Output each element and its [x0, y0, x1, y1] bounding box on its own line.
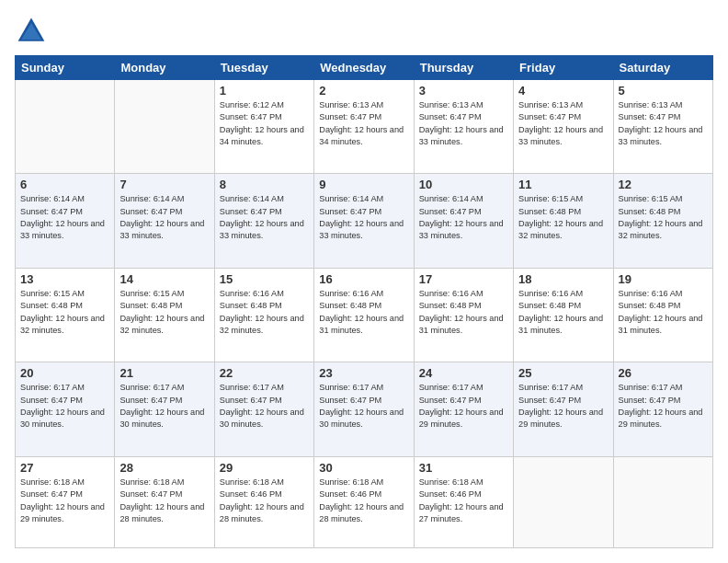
day-info: Sunrise: 6:17 AM Sunset: 6:47 PM Dayligh…: [20, 382, 109, 431]
day-number: 2: [319, 84, 408, 98]
calendar-cell: [514, 456, 613, 547]
page: SundayMondayTuesdayWednesdayThursdayFrid…: [0, 0, 728, 563]
calendar-cell: 14Sunrise: 6:15 AM Sunset: 6:48 PM Dayli…: [115, 268, 214, 362]
day-info: Sunrise: 6:13 AM Sunset: 6:47 PM Dayligh…: [319, 99, 408, 148]
calendar-cell: 20Sunrise: 6:17 AM Sunset: 6:47 PM Dayli…: [16, 362, 115, 456]
day-info: Sunrise: 6:18 AM Sunset: 6:46 PM Dayligh…: [319, 477, 408, 525]
day-info: Sunrise: 6:15 AM Sunset: 6:48 PM Dayligh…: [518, 193, 608, 242]
day-of-week-header: Thursday: [414, 56, 513, 80]
calendar-week-row: 13Sunrise: 6:15 AM Sunset: 6:48 PM Dayli…: [16, 268, 713, 362]
day-number: 5: [619, 84, 708, 98]
day-number: 29: [220, 461, 309, 475]
day-number: 18: [518, 272, 608, 286]
day-number: 8: [220, 178, 309, 191]
calendar-cell: 19Sunrise: 6:16 AM Sunset: 6:48 PM Dayli…: [613, 268, 712, 362]
day-info: Sunrise: 6:14 AM Sunset: 6:47 PM Dayligh…: [220, 193, 309, 242]
calendar-cell: 23Sunrise: 6:17 AM Sunset: 6:47 PM Dayli…: [314, 362, 414, 456]
header: [15, 15, 713, 48]
calendar-cell: 15Sunrise: 6:16 AM Sunset: 6:48 PM Dayli…: [214, 268, 313, 362]
calendar-week-row: 1Sunrise: 6:12 AM Sunset: 6:47 PM Daylig…: [16, 80, 713, 174]
day-of-week-header: Monday: [115, 56, 214, 80]
day-number: 25: [518, 366, 608, 380]
day-info: Sunrise: 6:14 AM Sunset: 6:47 PM Dayligh…: [20, 193, 109, 242]
calendar-cell: [613, 456, 712, 547]
calendar-cell: 22Sunrise: 6:17 AM Sunset: 6:47 PM Dayli…: [214, 362, 313, 456]
calendar-cell: 1Sunrise: 6:12 AM Sunset: 6:47 PM Daylig…: [214, 80, 313, 174]
day-info: Sunrise: 6:18 AM Sunset: 6:47 PM Dayligh…: [119, 477, 209, 525]
calendar-cell: 26Sunrise: 6:17 AM Sunset: 6:47 PM Dayli…: [613, 362, 712, 456]
day-info: Sunrise: 6:15 AM Sunset: 6:48 PM Dayligh…: [20, 288, 109, 337]
day-of-week-header: Sunday: [16, 56, 115, 80]
calendar-cell: 31Sunrise: 6:18 AM Sunset: 6:46 PM Dayli…: [414, 456, 513, 547]
day-number: 13: [20, 272, 109, 286]
day-number: 11: [518, 178, 608, 191]
day-info: Sunrise: 6:17 AM Sunset: 6:47 PM Dayligh…: [119, 382, 209, 431]
day-info: Sunrise: 6:15 AM Sunset: 6:48 PM Dayligh…: [619, 193, 708, 242]
day-of-week-header: Friday: [514, 56, 613, 80]
calendar-cell: 21Sunrise: 6:17 AM Sunset: 6:47 PM Dayli…: [115, 362, 214, 456]
day-number: 7: [119, 178, 209, 191]
day-number: 1: [220, 84, 309, 98]
day-info: Sunrise: 6:14 AM Sunset: 6:47 PM Dayligh…: [319, 193, 408, 242]
logo: [15, 15, 51, 48]
calendar-cell: 2Sunrise: 6:13 AM Sunset: 6:47 PM Daylig…: [314, 80, 414, 174]
calendar-week-row: 27Sunrise: 6:18 AM Sunset: 6:47 PM Dayli…: [16, 456, 713, 547]
calendar-cell: 28Sunrise: 6:18 AM Sunset: 6:47 PM Dayli…: [115, 456, 214, 547]
day-number: 9: [319, 178, 408, 191]
day-info: Sunrise: 6:16 AM Sunset: 6:48 PM Dayligh…: [220, 288, 309, 337]
day-info: Sunrise: 6:17 AM Sunset: 6:47 PM Dayligh…: [419, 382, 508, 431]
day-info: Sunrise: 6:15 AM Sunset: 6:48 PM Dayligh…: [119, 288, 209, 337]
calendar-cell: 12Sunrise: 6:15 AM Sunset: 6:48 PM Dayli…: [613, 174, 712, 268]
day-number: 16: [319, 272, 408, 286]
day-number: 30: [319, 461, 408, 475]
day-info: Sunrise: 6:14 AM Sunset: 6:47 PM Dayligh…: [119, 193, 209, 242]
calendar-cell: 16Sunrise: 6:16 AM Sunset: 6:48 PM Dayli…: [314, 268, 414, 362]
day-number: 19: [619, 272, 708, 286]
day-number: 3: [419, 84, 508, 98]
day-info: Sunrise: 6:16 AM Sunset: 6:48 PM Dayligh…: [619, 288, 708, 337]
day-number: 6: [20, 178, 109, 191]
calendar-cell: 3Sunrise: 6:13 AM Sunset: 6:47 PM Daylig…: [414, 80, 513, 174]
day-number: 12: [619, 178, 708, 191]
day-number: 31: [419, 461, 508, 475]
calendar-cell: 4Sunrise: 6:13 AM Sunset: 6:47 PM Daylig…: [514, 80, 613, 174]
day-info: Sunrise: 6:13 AM Sunset: 6:47 PM Dayligh…: [619, 99, 708, 148]
day-number: 4: [518, 84, 608, 98]
day-of-week-header: Saturday: [613, 56, 712, 80]
calendar-cell: 8Sunrise: 6:14 AM Sunset: 6:47 PM Daylig…: [214, 174, 313, 268]
calendar-week-row: 6Sunrise: 6:14 AM Sunset: 6:47 PM Daylig…: [16, 174, 713, 268]
day-number: 22: [220, 366, 309, 380]
calendar-cell: 25Sunrise: 6:17 AM Sunset: 6:47 PM Dayli…: [514, 362, 613, 456]
calendar-cell: 10Sunrise: 6:14 AM Sunset: 6:47 PM Dayli…: [414, 174, 513, 268]
calendar-header-row: SundayMondayTuesdayWednesdayThursdayFrid…: [16, 56, 713, 80]
day-info: Sunrise: 6:14 AM Sunset: 6:47 PM Dayligh…: [419, 193, 508, 242]
day-number: 26: [619, 366, 708, 380]
calendar-cell: 5Sunrise: 6:13 AM Sunset: 6:47 PM Daylig…: [613, 80, 712, 174]
calendar-table: SundayMondayTuesdayWednesdayThursdayFrid…: [15, 55, 713, 548]
day-info: Sunrise: 6:16 AM Sunset: 6:48 PM Dayligh…: [518, 288, 608, 337]
day-info: Sunrise: 6:16 AM Sunset: 6:48 PM Dayligh…: [319, 288, 408, 337]
day-of-week-header: Tuesday: [214, 56, 313, 80]
day-info: Sunrise: 6:13 AM Sunset: 6:47 PM Dayligh…: [419, 99, 508, 148]
calendar-cell: 30Sunrise: 6:18 AM Sunset: 6:46 PM Dayli…: [314, 456, 414, 547]
day-number: 28: [119, 461, 209, 475]
calendar-cell: 29Sunrise: 6:18 AM Sunset: 6:46 PM Dayli…: [214, 456, 313, 547]
day-number: 14: [119, 272, 209, 286]
calendar-cell: 17Sunrise: 6:16 AM Sunset: 6:48 PM Dayli…: [414, 268, 513, 362]
day-of-week-header: Wednesday: [314, 56, 414, 80]
day-info: Sunrise: 6:13 AM Sunset: 6:47 PM Dayligh…: [518, 99, 608, 148]
calendar-week-row: 20Sunrise: 6:17 AM Sunset: 6:47 PM Dayli…: [16, 362, 713, 456]
calendar-cell: 18Sunrise: 6:16 AM Sunset: 6:48 PM Dayli…: [514, 268, 613, 362]
day-number: 20: [20, 366, 109, 380]
day-number: 15: [220, 272, 309, 286]
day-info: Sunrise: 6:17 AM Sunset: 6:47 PM Dayligh…: [220, 382, 309, 431]
day-info: Sunrise: 6:18 AM Sunset: 6:46 PM Dayligh…: [220, 477, 309, 525]
day-number: 21: [119, 366, 209, 380]
day-info: Sunrise: 6:17 AM Sunset: 6:47 PM Dayligh…: [319, 382, 408, 431]
calendar-cell: 13Sunrise: 6:15 AM Sunset: 6:48 PM Dayli…: [16, 268, 115, 362]
day-info: Sunrise: 6:18 AM Sunset: 6:46 PM Dayligh…: [419, 477, 508, 525]
day-number: 24: [419, 366, 508, 380]
calendar-cell: 7Sunrise: 6:14 AM Sunset: 6:47 PM Daylig…: [115, 174, 214, 268]
calendar-cell: 24Sunrise: 6:17 AM Sunset: 6:47 PM Dayli…: [414, 362, 513, 456]
calendar-cell: 9Sunrise: 6:14 AM Sunset: 6:47 PM Daylig…: [314, 174, 414, 268]
